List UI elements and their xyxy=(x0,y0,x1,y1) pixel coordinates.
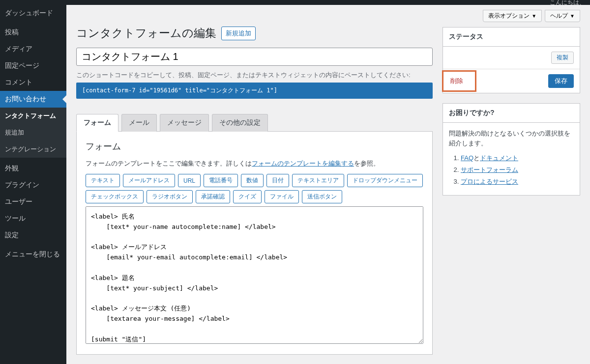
tag-gen-クイズ[interactable]: クイズ xyxy=(233,190,262,203)
tag-gen-テキスト[interactable]: テキスト xyxy=(86,174,120,187)
sidebar-item-pages[interactable]: 固定ページ xyxy=(0,57,66,74)
adminbar-right: こんにちは、 xyxy=(550,0,585,5)
submenu-contact-forms[interactable]: ンタクトフォーム xyxy=(0,108,66,124)
faq-link[interactable]: FAQ xyxy=(461,154,473,162)
tag-gen-ラジオボタン[interactable]: ラジオボタン xyxy=(147,190,193,203)
sidebar-item-contact[interactable]: お問い合わせ xyxy=(0,91,66,108)
delete-link[interactable]: 削除 xyxy=(442,70,476,92)
form-panel-desc: フォームのテンプレートをここで編集できます。詳しくはフォームのテンプレートを編集… xyxy=(86,159,423,168)
tag-gen-ファイル[interactable]: ファイル xyxy=(265,190,299,203)
help-title: お困りですか? xyxy=(443,104,580,123)
sidebar-submenu: ンタクトフォーム 規追加 ンテグレーション xyxy=(0,108,66,158)
submenu-add-new[interactable]: 規追加 xyxy=(0,124,66,141)
screen-options-button[interactable]: 表示オプション ▼ xyxy=(483,10,542,22)
tab-additional[interactable]: その他の設定 xyxy=(212,114,268,132)
tab-mail[interactable]: メール xyxy=(121,114,157,132)
support-forum-link[interactable]: サポートフォーラム xyxy=(461,166,518,173)
status-metabox: ステータス 複製 削除 保存 xyxy=(442,27,580,93)
tag-gen-URL[interactable]: URL xyxy=(178,174,201,187)
help-faq-item: FAQとドキュメント xyxy=(461,154,574,163)
tab-form[interactable]: フォーム xyxy=(76,114,118,132)
tag-gen-承諾確認[interactable]: 承諾確認 xyxy=(196,190,230,203)
tag-gen-テキストエリア[interactable]: テキストエリア xyxy=(292,174,344,187)
form-title-input[interactable] xyxy=(76,48,433,66)
pro-service-link[interactable]: プロによるサービス xyxy=(461,178,518,185)
sidebar-item-settings[interactable]: 設定 xyxy=(0,227,66,244)
chevron-down-icon: ▼ xyxy=(531,13,536,19)
page-title: コンタクトフォームの編集 xyxy=(76,26,216,41)
sidebar-item-comments[interactable]: コメント xyxy=(0,74,66,91)
sidebar-item-collapse[interactable]: メニューを閉じる xyxy=(0,246,66,263)
tag-generator-row-1: テキストメールアドレスURL電話番号数値日付テキストエリアドロップダウンメニュー xyxy=(86,174,423,187)
greeting-text: こんにちは、 xyxy=(550,0,585,5)
shortcode-help-text: このショートコードをコピーして、投稿、固定ページ、またはテキストウィジェットの内… xyxy=(76,71,433,80)
sidebar-item-dashboard[interactable]: ダッシュボード xyxy=(0,5,66,22)
form-panel-heading: フォーム xyxy=(86,140,423,152)
save-button[interactable]: 保存 xyxy=(548,74,574,88)
tag-gen-チェックボックス[interactable]: チェックボックス xyxy=(86,190,144,203)
sidebar-item-plugins[interactable]: プラグイン xyxy=(0,177,66,194)
tag-gen-ドロップダウンメニュー[interactable]: ドロップダウンメニュー xyxy=(347,174,423,187)
form-panel: フォーム フォームのテンプレートをここで編集できます。詳しくはフォームのテンプレ… xyxy=(76,132,433,355)
admin-sidebar: ダッシュボード 投稿 メディア 固定ページ コメント お問い合わせ ンタクトフォ… xyxy=(0,5,66,364)
admin-toolbar: こんにちは、 xyxy=(0,0,590,5)
tag-generator-row-2: チェックボックスラジオボタン承諾確認クイズファイル送信ボタン xyxy=(86,190,423,203)
sidebar-item-media[interactable]: メディア xyxy=(0,41,66,57)
chevron-down-icon: ▼ xyxy=(570,13,575,19)
add-new-button[interactable]: 新規追加 xyxy=(221,27,256,40)
sidebar-item-tools[interactable]: ツール xyxy=(0,210,66,227)
help-button[interactable]: ヘルプ ▼ xyxy=(545,10,580,22)
tag-gen-電話番号[interactable]: 電話番号 xyxy=(204,174,238,187)
form-template-textarea[interactable] xyxy=(86,206,423,344)
page-heading: コンタクトフォームの編集 新規追加 xyxy=(76,26,433,41)
tag-gen-送信ボタン[interactable]: 送信ボタン xyxy=(302,190,342,203)
help-metabox: お困りですか? 問題解決の助けとなるいくつかの選択肢を紹介します。 FAQとドキ… xyxy=(442,103,580,196)
help-intro: 問題解決の助けとなるいくつかの選択肢を紹介します。 xyxy=(449,129,574,148)
shortcode-display[interactable]: [contact-form-7 id="19561d6" title="コンタク… xyxy=(76,83,433,99)
tag-gen-日付[interactable]: 日付 xyxy=(266,174,289,187)
docs-link[interactable]: ドキュメント xyxy=(480,154,518,162)
sidebar-item-users[interactable]: ユーザー xyxy=(0,194,66,210)
editor-tabs: フォーム メール メッセージ その他の設定 xyxy=(76,113,433,132)
submenu-integration[interactable]: ンテグレーション xyxy=(0,141,66,158)
duplicate-button[interactable]: 複製 xyxy=(551,52,574,64)
sidebar-item-posts[interactable]: 投稿 xyxy=(0,24,66,41)
tag-gen-メールアドレス[interactable]: メールアドレス xyxy=(123,174,175,187)
status-title: ステータス xyxy=(443,28,580,47)
sidebar-item-appearance[interactable]: 外観 xyxy=(0,160,66,177)
help-list: FAQとドキュメント サポートフォーラム プロによるサービス xyxy=(449,154,574,186)
tab-messages[interactable]: メッセージ xyxy=(160,114,209,132)
tag-gen-数値[interactable]: 数値 xyxy=(241,174,264,187)
template-doc-link[interactable]: フォームのテンプレートを編集する xyxy=(252,160,354,167)
